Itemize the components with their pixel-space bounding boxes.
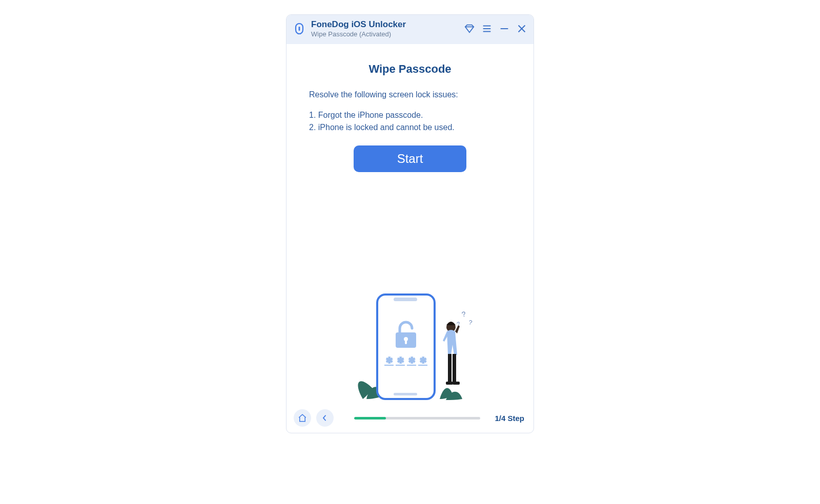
svg-text:?: ? (461, 310, 466, 319)
titlebar: FoneDog iOS Unlocker Wipe Passcode (Acti… (286, 15, 534, 44)
footer: 1/4 Step (286, 404, 534, 433)
svg-text:✱: ✱ (386, 356, 393, 365)
lead-text: Resolve the following screen lock issues… (309, 90, 511, 99)
svg-rect-12 (405, 339, 407, 344)
start-button[interactable]: Start (354, 145, 466, 172)
svg-rect-25 (453, 382, 460, 385)
svg-rect-22 (448, 354, 452, 383)
svg-text:✱: ✱ (420, 356, 426, 365)
issue-item: 2. iPhone is locked and cannot be used. (309, 123, 511, 132)
illustration: ✱ ✱ ✱ ✱ (286, 286, 534, 404)
home-button[interactable] (294, 409, 311, 427)
svg-rect-9 (394, 393, 417, 395)
svg-text:?: ? (468, 319, 473, 326)
progress-bar (354, 417, 480, 419)
close-icon[interactable] (516, 23, 527, 34)
svg-rect-23 (453, 354, 456, 383)
back-button[interactable] (316, 409, 334, 427)
titlebar-controls (464, 23, 527, 34)
svg-text:?: ? (456, 321, 461, 327)
page-title: Wipe Passcode (309, 62, 511, 76)
progress-fill (354, 417, 386, 419)
main-content: Wipe Passcode Resolve the following scre… (286, 44, 534, 405)
svg-text:✱: ✱ (397, 356, 404, 365)
menu-icon[interactable] (481, 23, 493, 34)
diamond-icon[interactable] (464, 23, 475, 34)
svg-rect-8 (394, 298, 417, 301)
app-title: FoneDog iOS Unlocker (311, 19, 406, 30)
app-subtitle: Wipe Passcode (Activated) (311, 30, 406, 38)
app-window: FoneDog iOS Unlocker Wipe Passcode (Acti… (286, 14, 534, 433)
svg-text:✱: ✱ (408, 356, 415, 365)
app-logo-icon (293, 22, 306, 35)
titlebar-left: FoneDog iOS Unlocker Wipe Passcode (Acti… (293, 19, 406, 39)
step-label: 1/4 Step (495, 414, 524, 423)
minimize-icon[interactable] (499, 23, 510, 34)
svg-rect-24 (446, 382, 453, 385)
issue-item: 1. Forgot the iPhone passcode. (309, 111, 511, 120)
svg-rect-0 (299, 27, 300, 31)
